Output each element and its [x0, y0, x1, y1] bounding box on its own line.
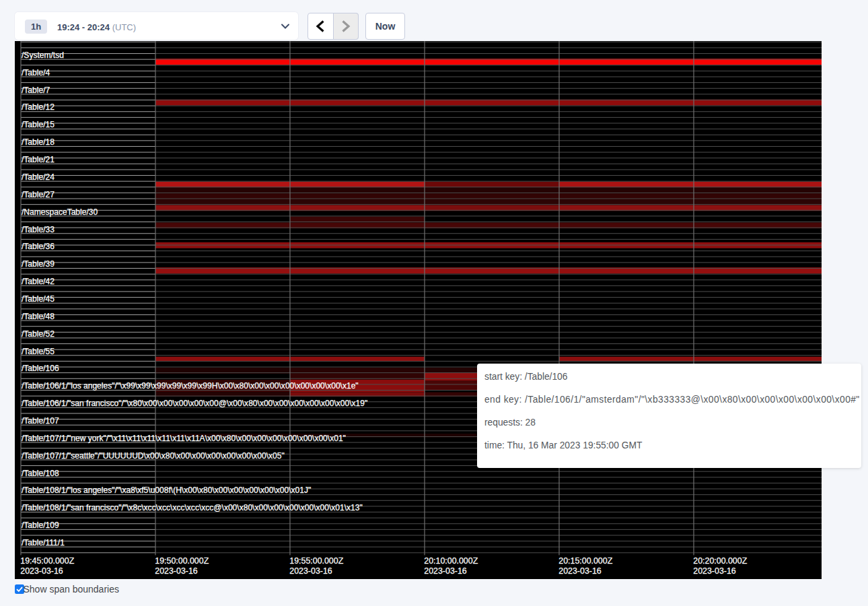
- svg-text:2023-03-16: 2023-03-16: [558, 566, 601, 576]
- svg-text:/Table/18: /Table/18: [22, 137, 55, 147]
- svg-text:/Table/106: /Table/106: [22, 364, 59, 373]
- svg-text:/NamespaceTable/30: /NamespaceTable/30: [22, 207, 98, 217]
- svg-text:/Table/42: /Table/42: [22, 277, 55, 286]
- svg-text:2023-03-16: 2023-03-16: [155, 566, 197, 576]
- svg-text:/Table/107/1/"new york"/"\x11\: /Table/107/1/"new york"/"\x11\x11\x11\x1…: [22, 434, 346, 443]
- svg-text:/System/tsd: /System/tsd: [22, 50, 64, 60]
- svg-text:/Table/108/1/"los angeles"/"\x: /Table/108/1/"los angeles"/"\xa8\xf5\u00…: [22, 485, 311, 495]
- svg-text:/Table/106/1/"los angeles"/"\x: /Table/106/1/"los angeles"/"\x99\x99\x99…: [22, 381, 359, 391]
- svg-text:/Table/107: /Table/107: [22, 416, 59, 426]
- svg-text:/Table/27: /Table/27: [22, 190, 55, 199]
- svg-text:/Table/52: /Table/52: [22, 329, 55, 339]
- svg-text:/Table/15: /Table/15: [22, 120, 55, 129]
- svg-text:20:20:00.000Z: 20:20:00.000Z: [693, 556, 747, 566]
- svg-text:/Table/33: /Table/33: [22, 225, 55, 234]
- svg-text:2023-03-16: 2023-03-16: [693, 566, 735, 576]
- svg-text:2023-03-16: 2023-03-16: [289, 566, 332, 576]
- svg-text:2023-03-16: 2023-03-16: [20, 566, 63, 576]
- svg-text:/Table/55: /Table/55: [22, 347, 55, 356]
- svg-text:/Table/111/1: /Table/111/1: [22, 538, 65, 547]
- svg-text:/Table/39: /Table/39: [22, 259, 55, 269]
- svg-text:/Table/7: /Table/7: [22, 86, 50, 95]
- svg-text:/Table/45: /Table/45: [22, 294, 55, 304]
- svg-text:/Table/21: /Table/21: [22, 155, 55, 164]
- svg-text:20:15:00.000Z: 20:15:00.000Z: [558, 556, 612, 566]
- svg-text:2023-03-16: 2023-03-16: [424, 566, 466, 576]
- svg-text:/Table/36: /Table/36: [22, 242, 55, 251]
- svg-text:/Table/106/1/"san francisco"/": /Table/106/1/"san francisco"/"\x80\x00\x…: [22, 399, 367, 408]
- svg-text:/Table/109: /Table/109: [22, 520, 59, 530]
- svg-text:19:45:00.000Z: 19:45:00.000Z: [20, 556, 74, 566]
- svg-text:19:50:00.000Z: 19:50:00.000Z: [155, 556, 209, 566]
- svg-text:19:55:00.000Z: 19:55:00.000Z: [289, 556, 343, 566]
- svg-text:20:10:00.000Z: 20:10:00.000Z: [424, 556, 478, 566]
- svg-text:/Table/4: /Table/4: [22, 68, 50, 77]
- svg-text:/Table/12: /Table/12: [22, 102, 55, 112]
- svg-text:/Table/108/1/"san francisco"/": /Table/108/1/"san francisco"/"\x8c\xcc\x…: [22, 503, 363, 512]
- svg-text:/Table/107/1/"seattle"/"UUUUUU: /Table/107/1/"seattle"/"UUUUUUD\x00\x80\…: [22, 451, 285, 461]
- svg-text:/Table/48: /Table/48: [22, 312, 55, 321]
- svg-text:/Table/108: /Table/108: [22, 469, 59, 478]
- svg-text:/Table/24: /Table/24: [22, 172, 55, 182]
